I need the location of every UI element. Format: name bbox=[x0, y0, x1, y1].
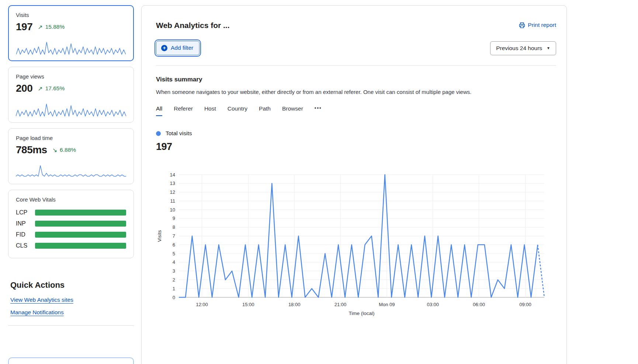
trend-up-icon: ↗ bbox=[38, 24, 42, 31]
svg-text:13: 13 bbox=[170, 181, 175, 186]
metric-card-visits[interactable]: Visits 197 ↗ 15.88% bbox=[8, 5, 134, 61]
tab-path[interactable]: Path bbox=[259, 105, 271, 116]
svg-text:Visits: Visits bbox=[157, 230, 162, 242]
tab-browser[interactable]: Browser bbox=[282, 105, 303, 116]
core-web-vitals-title: Core Web Vitals bbox=[16, 196, 126, 203]
core-web-vital-label: FID bbox=[16, 231, 35, 238]
quick-action-link-view-web-analytics-sites[interactable]: View Web Analytics sites bbox=[10, 297, 73, 303]
dimension-tabs: AllRefererHostCountryPathBrowser••• bbox=[156, 105, 556, 116]
core-web-vital-bar-fill bbox=[35, 243, 126, 249]
svg-text:6: 6 bbox=[173, 242, 175, 248]
tab-referer[interactable]: Referer bbox=[174, 105, 193, 116]
core-web-vital-bar-fill bbox=[35, 232, 126, 238]
svg-text:8: 8 bbox=[173, 224, 175, 230]
svg-text:11: 11 bbox=[170, 198, 176, 204]
visits-summary-section: Visits summary When someone navigates to… bbox=[142, 66, 566, 318]
metric-card-page-load-time[interactable]: Page load time 785ms ↘ 6.88% bbox=[8, 128, 134, 184]
svg-text:7: 7 bbox=[173, 233, 175, 239]
chart-legend: Total visits bbox=[156, 130, 556, 137]
print-report-link[interactable]: Print report bbox=[519, 22, 556, 28]
core-web-vital-row-lcp: LCP bbox=[16, 207, 126, 218]
core-web-vitals-rows: LCP INP FID CLS bbox=[16, 207, 126, 251]
svg-text:0: 0 bbox=[173, 295, 175, 300]
svg-text:5: 5 bbox=[173, 251, 175, 256]
metric-card-title: Visits bbox=[16, 12, 126, 18]
sparkline bbox=[16, 163, 126, 180]
metric-trend: ↗ 17.65% bbox=[38, 85, 65, 92]
svg-text:09:00: 09:00 bbox=[519, 302, 531, 307]
svg-text:Mon 09: Mon 09 bbox=[379, 302, 395, 307]
plus-circle-icon: + bbox=[161, 45, 167, 51]
metric-cards: Visits 197 ↗ 15.88% Page views 200 ↗ 17.… bbox=[8, 5, 134, 184]
filter-row: + Add filter Previous 24 hours ▼ bbox=[156, 41, 556, 55]
trend-up-icon: ↗ bbox=[38, 85, 42, 92]
next-card-partial bbox=[8, 357, 134, 364]
svg-text:2: 2 bbox=[173, 277, 175, 283]
svg-text:12: 12 bbox=[170, 189, 175, 195]
core-web-vital-bar bbox=[35, 221, 126, 227]
metric-card-title: Page load time bbox=[16, 135, 126, 141]
quick-actions-title: Quick Actions bbox=[10, 280, 134, 290]
chevron-down-icon: ▼ bbox=[547, 46, 550, 50]
trend-percent: 15.88% bbox=[45, 24, 65, 30]
sparkline bbox=[16, 102, 126, 119]
core-web-vital-label: CLS bbox=[16, 242, 35, 249]
tab-all[interactable]: All bbox=[156, 105, 162, 116]
header-divider bbox=[156, 65, 556, 66]
svg-text:1: 1 bbox=[173, 286, 175, 291]
quick-action-link-manage-notifications[interactable]: Manage Notifications bbox=[10, 309, 64, 316]
metric-trend: ↗ 15.88% bbox=[38, 24, 65, 31]
section-description: When someone navigates to your website, … bbox=[156, 89, 556, 95]
core-web-vital-row-cls: CLS bbox=[16, 240, 126, 251]
time-range-dropdown[interactable]: Previous 24 hours ▼ bbox=[490, 41, 556, 55]
core-web-vital-bar bbox=[35, 210, 126, 216]
core-web-vital-bar bbox=[35, 243, 126, 249]
analytics-panel: Web Analytics for ... Print report + Add… bbox=[141, 5, 567, 364]
add-filter-button[interactable]: + Add filter bbox=[156, 41, 200, 55]
sidebar-divider bbox=[8, 325, 134, 326]
svg-text:06:00: 06:00 bbox=[473, 302, 485, 307]
tab-country[interactable]: Country bbox=[228, 105, 247, 116]
svg-text:03:00: 03:00 bbox=[427, 302, 439, 307]
svg-text:10: 10 bbox=[170, 207, 175, 213]
page-title: Web Analytics for ... bbox=[156, 21, 556, 30]
metric-card-page-views[interactable]: Page views 200 ↗ 17.65% bbox=[8, 67, 134, 123]
svg-text:9: 9 bbox=[173, 216, 175, 221]
panel-header: Web Analytics for ... Print report + Add… bbox=[142, 6, 566, 66]
core-web-vital-row-fid: FID bbox=[16, 229, 126, 240]
visits-line-chart: 0123456789101112131412:0015:0018:0021:00… bbox=[156, 170, 551, 318]
legend-dot-icon bbox=[156, 131, 161, 136]
core-web-vital-bar-fill bbox=[35, 210, 126, 216]
printer-icon bbox=[519, 22, 525, 28]
core-web-vital-row-inp: INP bbox=[16, 218, 126, 229]
metric-card-value: 197 bbox=[16, 21, 32, 33]
metric-card-title: Page views bbox=[16, 73, 126, 80]
svg-text:3: 3 bbox=[173, 268, 175, 274]
quick-actions-links: View Web Analytics sitesManage Notificat… bbox=[8, 297, 134, 316]
add-filter-label: Add filter bbox=[171, 45, 193, 51]
core-web-vitals-card: Core Web Vitals LCP INP FID CLS bbox=[8, 190, 134, 258]
svg-text:Time (local): Time (local) bbox=[349, 311, 374, 316]
svg-text:15:00: 15:00 bbox=[242, 302, 254, 307]
metric-trend: ↘ 6.88% bbox=[52, 147, 76, 154]
core-web-vital-label: LCP bbox=[16, 209, 35, 216]
svg-text:14: 14 bbox=[170, 172, 175, 178]
core-web-vital-bar-fill bbox=[35, 221, 126, 227]
core-web-vital-label: INP bbox=[16, 220, 35, 227]
svg-text:18:00: 18:00 bbox=[288, 302, 301, 307]
visits-chart: 0123456789101112131412:0015:0018:0021:00… bbox=[156, 170, 556, 318]
trend-percent: 6.88% bbox=[60, 147, 76, 153]
svg-text:21:00: 21:00 bbox=[334, 302, 347, 307]
legend-label: Total visits bbox=[166, 130, 192, 137]
trend-down-icon: ↘ bbox=[52, 147, 57, 154]
metric-card-value: 200 bbox=[16, 83, 32, 94]
trend-percent: 17.65% bbox=[45, 85, 65, 92]
svg-text:12:00: 12:00 bbox=[196, 302, 208, 307]
svg-text:4: 4 bbox=[173, 259, 175, 265]
core-web-vital-bar bbox=[35, 232, 126, 238]
tab-more[interactable]: ••• bbox=[315, 105, 322, 116]
sparkline bbox=[16, 40, 126, 57]
total-visits-value: 197 bbox=[156, 141, 556, 153]
tab-host[interactable]: Host bbox=[204, 105, 216, 116]
section-title: Visits summary bbox=[156, 76, 556, 83]
